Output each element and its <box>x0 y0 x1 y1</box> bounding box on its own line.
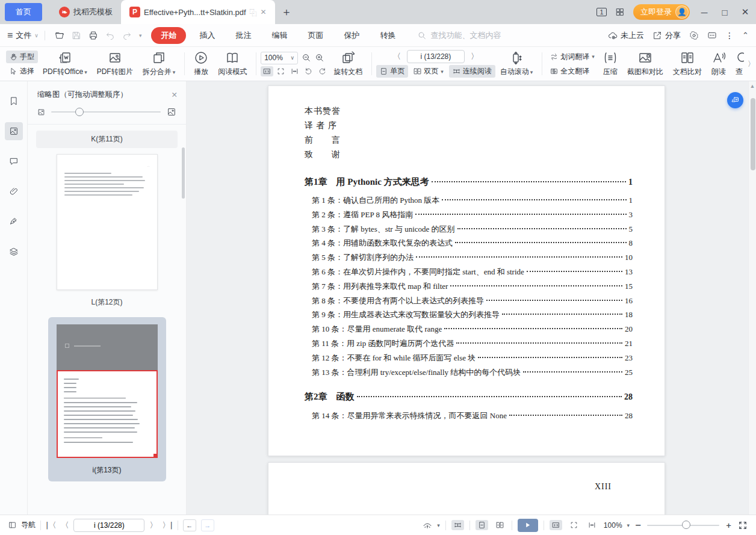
zoom-out-icon[interactable] <box>302 53 311 63</box>
share-button[interactable]: 分享 <box>652 30 681 41</box>
pdf-to-image-button[interactable]: PDF转图片 <box>92 49 138 79</box>
zoom-level-select[interactable]: 100% ∨ <box>261 52 298 64</box>
hand-tool-button[interactable]: 手型 <box>6 51 38 63</box>
find-button-truncated[interactable]: 查 <box>731 49 744 79</box>
double-page-button[interactable]: 双页 ▾ <box>410 65 447 78</box>
single-page-button[interactable]: 单页 <box>376 65 408 78</box>
history-back-button[interactable]: ← <box>183 519 196 531</box>
new-tab-button[interactable]: ＋ <box>281 5 292 19</box>
thumbnail-label-i[interactable]: i(第13页) <box>57 458 158 477</box>
slider-knob[interactable] <box>75 108 84 116</box>
file-menu[interactable]: ≡ 文件 ∨ <box>7 30 39 41</box>
split-merge-button[interactable]: 拆分合并▾ <box>138 49 181 79</box>
redo-icon[interactable] <box>122 31 132 40</box>
panel-scrollbar-thumb[interactable] <box>182 147 185 199</box>
settings-gear-icon[interactable] <box>689 31 699 40</box>
document-tab[interactable]: P Effective+Pyth...tt+Slatkin.pdf ⿻ ✕ <box>121 0 275 24</box>
actual-size-button[interactable] <box>261 66 273 76</box>
print-icon[interactable] <box>88 31 98 40</box>
first-page-icon[interactable]: |〈 <box>46 520 56 531</box>
panel-close-icon[interactable]: ✕ <box>172 90 178 99</box>
history-forward-button[interactable]: → <box>201 519 214 531</box>
compress-button[interactable]: 压缩 <box>598 49 622 79</box>
undo-icon[interactable] <box>105 31 115 40</box>
close-button[interactable]: ✕ <box>739 7 751 17</box>
word-translate-button[interactable]: 划词翻译 ▾ <box>547 51 598 63</box>
document-scrollbar[interactable]: ▲ <box>748 81 756 515</box>
selection-resize-handle[interactable] <box>153 454 158 458</box>
fit-page-toggle[interactable] <box>568 520 580 530</box>
open-folder-icon[interactable] <box>55 31 64 40</box>
slideshow-play-button[interactable] <box>518 519 538 532</box>
page-number-input[interactable] <box>407 50 465 63</box>
signature-panel-button[interactable] <box>5 212 23 230</box>
fit-width-toggle[interactable] <box>586 520 598 530</box>
docer-tab[interactable]: ❧ 找稻壳模板 <box>51 0 121 24</box>
toolbar-expand-icon[interactable]: 〉 <box>748 59 755 69</box>
thumbnail-label-k[interactable]: K(第11页) <box>36 131 178 148</box>
thumb-size-slider[interactable] <box>51 111 161 113</box>
actual-size-toggle[interactable] <box>550 520 562 530</box>
rotate-left-button[interactable] <box>302 66 315 76</box>
next-page-icon[interactable]: 〉 <box>149 520 157 531</box>
zoom-slider-knob[interactable] <box>682 521 690 529</box>
continuous-read-button[interactable]: 连续阅读 <box>449 65 495 78</box>
single-page-toggle[interactable] <box>476 520 488 530</box>
navigation-toggle-button[interactable]: 导航 <box>8 520 36 530</box>
tab-insert[interactable]: 插入 <box>192 30 222 41</box>
thumbnail-page-l[interactable]: ·· <box>57 154 158 290</box>
cloud-status[interactable]: 未上云 <box>608 30 644 41</box>
tab-start[interactable]: 开始 <box>151 27 186 44</box>
feedback-icon[interactable] <box>707 31 717 40</box>
zoom-out-minus-icon[interactable]: − <box>635 521 642 530</box>
attachments-panel-button[interactable] <box>5 182 23 200</box>
convert-to-word-float-button[interactable] <box>727 92 743 108</box>
last-page-icon[interactable]: 〉| <box>162 520 172 531</box>
previous-page-icon[interactable]: 〈 <box>61 520 69 531</box>
read-mode-button[interactable]: 阅读模式 <box>213 49 252 79</box>
maximize-button[interactable]: □ <box>719 7 731 17</box>
continuous-read-toggle[interactable] <box>451 520 464 530</box>
tab-page[interactable]: 页面 <box>300 30 330 41</box>
document-scrollbar-thumb[interactable] <box>751 98 755 170</box>
quickbar-caret-icon[interactable]: ▾ <box>139 32 142 39</box>
previous-page-icon[interactable]: 〈 <box>393 51 401 62</box>
rotate-right-button[interactable] <box>316 66 329 76</box>
bookmarks-panel-button[interactable] <box>5 92 23 110</box>
collapse-ribbon-icon[interactable]: ⌃ <box>742 31 749 40</box>
thumbnail-selected-i[interactable]: i(第13页) <box>48 317 166 481</box>
rotate-document-button[interactable]: 旋转文档 <box>329 49 367 79</box>
thumbnails-panel-button[interactable] <box>5 122 23 140</box>
full-translate-button[interactable]: 全文翻译 <box>547 65 598 78</box>
tab-convert[interactable]: 转换 <box>373 30 403 41</box>
doc-compare-button[interactable]: 文档比对 <box>668 49 707 79</box>
login-button[interactable]: 立即登录 👤 <box>633 4 690 20</box>
eye-protect-button[interactable]: ▾ <box>423 521 440 530</box>
tab-annotate[interactable]: 批注 <box>228 30 258 41</box>
tab-window-icon[interactable]: ⿻ <box>250 7 257 17</box>
read-aloud-button[interactable]: 朗读 <box>707 49 731 79</box>
save-icon[interactable] <box>72 31 81 40</box>
fit-page-button[interactable] <box>274 66 287 76</box>
tab-protect[interactable]: 保护 <box>336 30 367 41</box>
tab-grid-icon[interactable] <box>615 7 625 17</box>
scroll-up-icon[interactable]: ▲ <box>749 81 756 89</box>
fit-width-button[interactable] <box>288 66 301 76</box>
play-button[interactable]: 播放 <box>189 49 213 79</box>
zoom-level-display[interactable]: 100% ▾ <box>604 521 630 530</box>
thumbnail-label-l[interactable]: L(第12页) <box>28 294 186 309</box>
fullscreen-icon[interactable] <box>738 521 748 530</box>
tab-close-icon[interactable]: ✕ <box>261 8 267 16</box>
more-menu-icon[interactable]: ⋮ <box>725 31 734 40</box>
statusbar-page-input[interactable] <box>73 519 144 532</box>
window-switch-icon[interactable]: 1 <box>596 8 607 16</box>
zoom-slider[interactable] <box>647 525 719 526</box>
pdf-to-office-button[interactable]: PDF转Office▾ <box>38 49 92 79</box>
comments-panel-button[interactable] <box>5 152 23 170</box>
double-page-toggle[interactable] <box>494 520 506 530</box>
search-input[interactable]: 查找功能、文档内容 <box>417 30 602 41</box>
zoom-in-plus-icon[interactable]: ＋ <box>725 520 733 531</box>
next-page-icon[interactable]: 〉 <box>471 51 479 62</box>
select-tool-button[interactable]: 选择 <box>6 65 38 78</box>
auto-scroll-button[interactable]: 自动滚动▾ <box>495 49 538 79</box>
